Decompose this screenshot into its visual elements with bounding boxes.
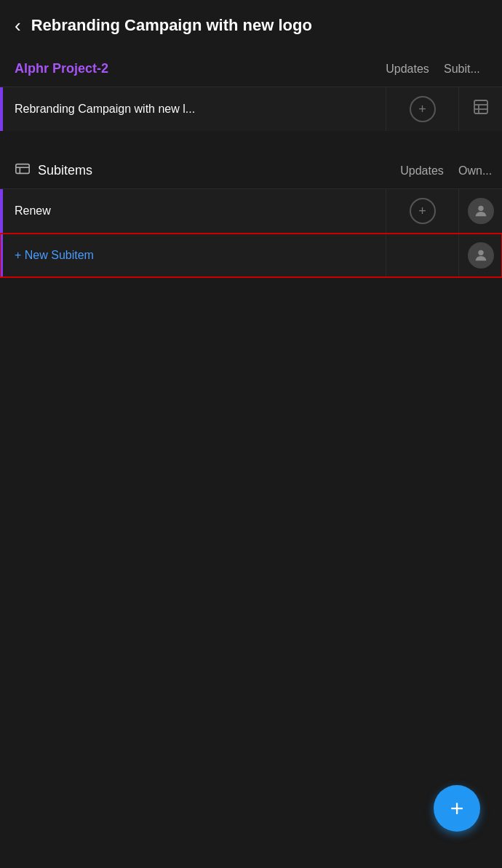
subitems-updates-col-header: Updates [386,164,458,178]
subitem-avatar-icon [468,198,494,224]
fab-icon: + [450,797,464,820]
svg-rect-0 [474,100,487,114]
main-item-subitems-cell[interactable] [458,87,502,131]
subitems-header: Subitems Updates Own... [0,153,502,189]
subitem-text: Renew [3,194,386,228]
subitems-section-icon [15,161,31,180]
new-subitem-avatar-icon [468,242,494,268]
back-button[interactable]: ‹ [15,16,21,35]
new-subitem-text[interactable]: + New Subitem [3,239,386,272]
subitems-section: Subitems Updates Own... Renew + + New Su… [0,153,502,277]
project-name[interactable]: Alphr Project-2 [15,61,371,76]
svg-rect-4 [16,164,29,174]
add-update-icon[interactable]: + [410,96,436,122]
svg-point-7 [478,206,483,211]
subitem-add-update-icon[interactable]: + [410,198,436,224]
page-title: Rebranding Campaign with new logo [31,15,312,36]
subitems-label: Subitems [38,163,386,178]
project-row: Alphr Project-2 Updates Subit... [0,51,502,87]
subitem-row[interactable]: Renew + [0,189,502,234]
header: ‹ Rebranding Campaign with new logo [0,0,502,51]
new-subitem-owner-cell [458,234,502,277]
main-item-updates-cell[interactable]: + [386,87,458,131]
subitems-grid-icon [472,98,490,120]
main-item-row[interactable]: Rebranding Campaign with new l... + [0,87,502,131]
updates-column-header: Updates [371,63,444,76]
subitems-owner-col-header: Own... [458,164,502,178]
subitems-column-header: Subit... [444,63,487,76]
subitems-title-area: Subitems [15,161,386,180]
new-subitem-row[interactable]: + New Subitem [0,234,502,277]
subitem-owner-cell[interactable] [458,189,502,233]
new-subitem-updates-cell [386,234,458,277]
fab-add-button[interactable]: + [434,785,480,832]
main-item-text: Rebranding Campaign with new l... [3,92,386,126]
subitem-updates-cell[interactable]: + [386,189,458,233]
svg-point-8 [478,250,483,255]
